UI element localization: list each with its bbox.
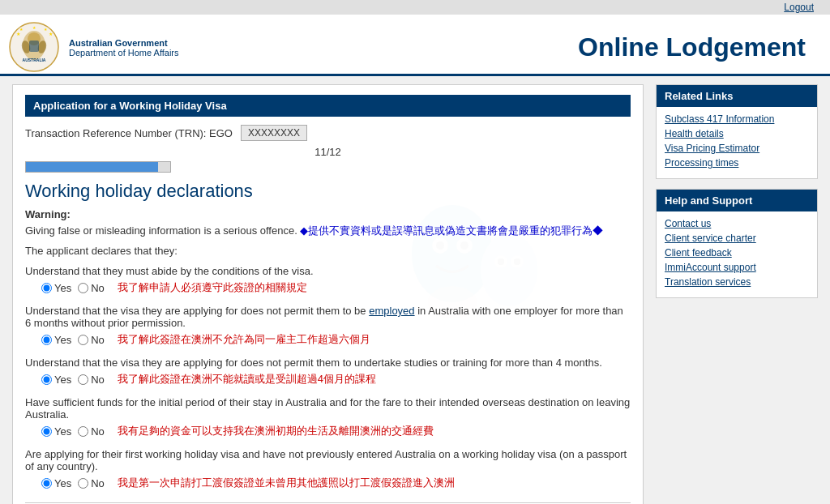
decl2-radio-row: Yes No 我了解此簽證在澳洲不允許為同一雇主工作超過六個月 (25, 332, 631, 347)
progress-label: 11/12 (25, 146, 631, 158)
decl2-yes-radio[interactable] (41, 335, 52, 345)
svg-rect-6 (29, 41, 39, 52)
decl2-no-label[interactable]: No (78, 334, 105, 346)
svg-point-21 (498, 258, 504, 265)
svg-point-22 (514, 258, 520, 265)
trn-value: XXXXXXXX (241, 125, 307, 141)
employed-text: employed (369, 305, 414, 317)
gov-name: Australian Government (69, 38, 179, 48)
trn-row: Transaction Reference Number (TRN): EGO … (25, 125, 631, 141)
decl4-text: Have sufficient funds for the initial pe… (25, 396, 631, 421)
warning-text: Giving false or misleading information i… (25, 224, 631, 238)
declaration-item-5: Are applying for their first working hol… (25, 448, 631, 490)
decl2-chinese: 我了解此簽證在澳洲不允許為同一雇主工作超過六個月 (118, 332, 370, 347)
decl3-yes-radio[interactable] (41, 374, 52, 385)
decl1-no-radio[interactable] (78, 283, 88, 293)
health-details-link[interactable]: Health details (665, 128, 809, 139)
client-service-charter-link[interactable]: Client service charter (665, 233, 809, 244)
contact-us-link[interactable]: Contact us (665, 218, 809, 229)
warning-text-en: Giving false or misleading information i… (25, 224, 297, 237)
decl1-yes-radio[interactable] (41, 283, 52, 293)
decl4-radio-row: Yes No 我有足夠的資金可以支持我在澳洲初期的生活及離開澳洲的交通經費 (25, 424, 631, 438)
logout-bar: Logout (0, 0, 830, 15)
warning-text-cn: ◆提供不實資料或是誤導訊息或偽造文書將會是嚴重的犯罪行為◆ (300, 224, 603, 237)
visa-pricing-link[interactable]: Visa Pricing Estimator (665, 143, 809, 154)
logo-area: AUSTRALIA ★ ★ ★ ★ ★ Australian Governmen… (8, 21, 179, 74)
svg-text:★: ★ (49, 32, 53, 36)
decl5-chinese: 我是第一次申請打工渡假簽證並未曾用其他護照以打工渡假簽證進入澳洲 (118, 476, 455, 490)
help-support-box: Help and Support Contact us Client servi… (656, 189, 818, 298)
decl4-yes-radio[interactable] (41, 426, 52, 437)
decl4-no-radio[interactable] (78, 426, 88, 437)
decl2-no-radio[interactable] (78, 335, 88, 345)
logout-link[interactable]: Logout (784, 2, 814, 13)
svg-text:★: ★ (16, 32, 20, 36)
translation-services-link[interactable]: Translation services (665, 276, 809, 288)
logo-text: Australian Government Department of Home… (69, 38, 179, 58)
header: AUSTRALIA ★ ★ ★ ★ ★ Australian Governmen… (0, 15, 830, 76)
coat-of-arms-icon: AUSTRALIA ★ ★ ★ ★ ★ (8, 21, 61, 74)
content-area: Application for a Working Holiday Visa T… (12, 84, 644, 504)
warning-label: Warning: (25, 208, 631, 220)
progress-bar-fill (26, 162, 158, 172)
decl4-yes-label[interactable]: Yes (41, 425, 71, 438)
site-title: Online Lodgement (578, 32, 814, 62)
decl5-text: Are applying for their first working hol… (25, 448, 631, 472)
immiaccount-support-link[interactable]: ImmiAccount support (665, 262, 809, 273)
related-links-header: Related Links (657, 85, 817, 107)
decl5-yes-label[interactable]: Yes (41, 477, 71, 489)
decl2-text: Understand that the visa they are applyi… (25, 305, 631, 329)
decl3-radio-row: Yes No 我了解此簽證在澳洲不能就讀或是受訓超過4個月的課程 (25, 372, 631, 387)
declaration-item-3: Understand that the visa they are applyi… (25, 357, 631, 387)
client-feedback-link[interactable]: Client feedback (665, 247, 809, 258)
help-support-content: Contact us Client service charter Client… (657, 211, 817, 297)
decl4-no-label[interactable]: No (78, 425, 105, 438)
trn-label: Transaction Reference Number (TRN): EGO (25, 127, 233, 139)
section-title: Working holiday declarations (25, 181, 631, 202)
decl5-yes-radio[interactable] (41, 478, 52, 489)
decl3-no-radio[interactable] (78, 374, 88, 385)
decl1-text: Understand that they must abide by the c… (25, 265, 631, 277)
decl3-chinese: 我了解此簽證在澳洲不能就讀或是受訓超過4個月的課程 (118, 372, 376, 387)
declaration-item-1: Understand that they must abide by the c… (25, 265, 631, 295)
decl3-no-label[interactable]: No (78, 374, 105, 386)
decl1-radio-row: Yes No 我了解申請人必須遵守此簽證的相關規定 (25, 280, 631, 295)
form-content: Working holiday declarations Warning: Gi… (25, 181, 631, 490)
declaration-item-4: Have sufficient funds for the initial pe… (25, 396, 631, 438)
decl1-yes-label[interactable]: Yes (41, 282, 71, 294)
main-container: Application for a Working Holiday Visa T… (0, 76, 830, 504)
declares-text: The applicant declares that they: (25, 245, 631, 257)
decl5-radio-row: Yes No 我是第一次申請打工渡假簽證並未曾用其他護照以打工渡假簽證進入澳洲 (25, 476, 631, 490)
sidebar: Related Links Subclass 417 Information H… (656, 84, 818, 504)
decl2-yes-label[interactable]: Yes (41, 334, 71, 346)
related-links-box: Related Links Subclass 417 Information H… (656, 84, 818, 179)
processing-times-link[interactable]: Processing times (665, 157, 809, 169)
help-support-header: Help and Support (657, 190, 817, 211)
related-links-content: Subclass 417 Information Health details … (657, 107, 817, 178)
app-header: Application for a Working Holiday Visa (25, 95, 631, 117)
declaration-item-2: Understand that the visa they are applyi… (25, 305, 631, 347)
decl1-no-label[interactable]: No (78, 282, 105, 294)
subclass-417-link[interactable]: Subclass 417 Information (665, 113, 809, 125)
decl1-chinese: 我了解申請人必須遵守此簽證的相關規定 (118, 280, 307, 295)
decl5-no-label[interactable]: No (78, 477, 105, 489)
decl3-text: Understand that the visa they are applyi… (25, 357, 631, 369)
decl5-no-radio[interactable] (78, 478, 88, 489)
svg-text:AUSTRALIA: AUSTRALIA (23, 58, 46, 62)
decl4-chinese: 我有足夠的資金可以支持我在澳洲初期的生活及離開澳洲的交通經費 (118, 424, 434, 438)
decl3-yes-label[interactable]: Yes (41, 374, 71, 386)
progress-bar-container (25, 161, 171, 173)
dept-name: Department of Home Affairs (69, 48, 179, 58)
